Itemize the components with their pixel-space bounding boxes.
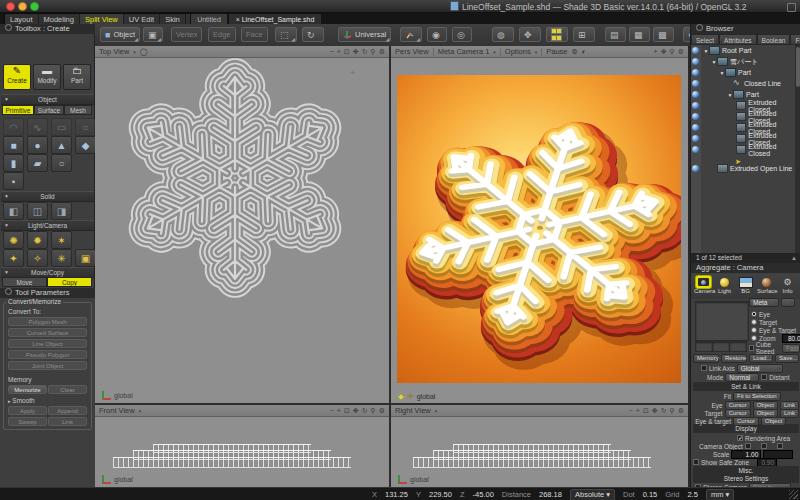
view-settings-icon[interactable]: ⚙	[678, 407, 684, 415]
visibility-sphere-icon[interactable]	[692, 58, 699, 65]
link-axis-row[interactable]: Link Axis Global▾	[701, 364, 783, 372]
cube-primitive-icon[interactable]: ■	[3, 136, 24, 154]
fit-view-icon[interactable]: ⊡	[643, 407, 649, 415]
camera-toolbar-button[interactable]: ▣◢	[143, 27, 163, 42]
top-viewport[interactable]: Top View▾ ◯ −+ ⊡✥ ↻⚲ ⚙ + global	[95, 46, 389, 403]
grid-toggle-button[interactable]: ⊞	[573, 27, 595, 42]
view-settings-icon[interactable]: ⚙	[678, 48, 684, 56]
target-radio-row[interactable]: Target	[751, 318, 777, 326]
stereo-settings-header[interactable]: Stereo Settings	[693, 474, 799, 483]
rotate-view-icon[interactable]: ↻	[661, 407, 667, 415]
eye-target-radio[interactable]	[751, 327, 757, 333]
pan-view-icon[interactable]: ✥	[353, 407, 359, 415]
mode-dropdown[interactable]: Normal▾	[725, 373, 759, 382]
lasso-rotate-button[interactable]: ↻	[302, 27, 324, 42]
panel-collapse-icon[interactable]	[5, 288, 12, 295]
solid-union-icon[interactable]: ◧	[3, 202, 24, 220]
save-button[interactable]: Save...	[775, 354, 799, 363]
fit-fit-to-selection-button[interactable]: Fit to Selection	[733, 392, 781, 401]
panel-collapse-icon[interactable]	[5, 24, 12, 31]
pan-view-icon[interactable]: ✥	[661, 48, 667, 56]
section-light-camera[interactable]: ▼Light/Camera	[1, 220, 94, 231]
target-radio[interactable]	[751, 319, 757, 325]
rendering-area-checkbox[interactable]: ✓	[737, 435, 743, 441]
zoom-in-icon[interactable]: +	[636, 407, 640, 415]
marquee-select-button[interactable]: ⬚◢	[275, 27, 297, 42]
camera-select[interactable]: Meta Camera 1	[438, 47, 490, 56]
memory-slot[interactable]	[712, 341, 730, 352]
visibility-sphere-icon[interactable]	[692, 69, 699, 76]
restore-button[interactable]: Restore▾	[721, 354, 747, 363]
zoom-in-icon[interactable]: +	[337, 407, 341, 415]
eye-radio-row[interactable]: Eye	[751, 310, 770, 318]
modify-mode-button[interactable]: ▬Modify	[33, 64, 61, 90]
load-button[interactable]: Load...	[749, 354, 773, 363]
mode-row[interactable]: Mode Normal▾ Distant	[707, 373, 790, 381]
zoom-window-button[interactable]	[30, 2, 39, 11]
aggregate-tab-surface[interactable]: Surface	[757, 274, 776, 299]
tab-copy[interactable]: Copy	[47, 277, 92, 287]
visibility-sphere-icon[interactable]	[692, 91, 699, 98]
fit-view-icon[interactable]: ⊡	[344, 407, 350, 415]
tree-row--1[interactable]: ▼雪パート	[691, 56, 795, 67]
four-view-button[interactable]	[546, 27, 568, 42]
visibility-sphere-icon[interactable]	[692, 165, 699, 172]
visibility-sphere-icon[interactable]	[692, 80, 699, 87]
area-light-icon[interactable]: ✦	[3, 249, 24, 267]
front-viewport[interactable]: Front View▾ −+ ⊡✥ ↻⚲ ⚙ global	[95, 405, 389, 487]
eye-target-cursor-button[interactable]: Cursor	[733, 417, 759, 426]
meta-dropdown[interactable]: Meta▾	[749, 298, 779, 307]
tab-primitive[interactable]: Primitive	[2, 105, 34, 115]
solid-subtract-icon[interactable]: ◨	[51, 202, 72, 220]
pan-tool-button[interactable]: ✥	[519, 27, 541, 42]
zoom-value-field[interactable]: 80.0	[782, 334, 800, 343]
aggregate-tab-light[interactable]: Light	[715, 274, 734, 299]
tab-mesh[interactable]: Mesh	[64, 105, 92, 115]
set-link-header[interactable]: Set & Link	[693, 382, 799, 391]
tree-row-extruded-closed-9[interactable]: Extruded Closed	[691, 144, 795, 155]
ambient-light-icon[interactable]: ✳	[51, 249, 72, 267]
pause-button[interactable]: Pause	[546, 47, 567, 56]
section-solid[interactable]: ▼Solid	[1, 191, 94, 202]
eye-target-object-button[interactable]: Object	[761, 417, 786, 426]
cube-speed-row[interactable]: Cube SpeedFast	[749, 344, 800, 352]
viewport-splitter-vertical[interactable]	[389, 46, 391, 487]
magnify-view-icon[interactable]: ⚲	[670, 48, 675, 56]
browser-tab-find[interactable]: Find	[790, 34, 800, 45]
wedge-primitive-icon[interactable]: ◆	[75, 136, 96, 154]
zoom-in-icon[interactable]: +	[654, 48, 658, 56]
pers-viewport[interactable]: Pers View Meta Camera 1▾ Options▾ Pause …	[391, 46, 688, 403]
cube-speed-checkbox[interactable]	[749, 345, 754, 351]
view-settings-icon[interactable]: ⚙	[379, 48, 385, 56]
box-primitive-icon[interactable]: ▪	[3, 172, 24, 190]
visibility-sphere-icon[interactable]	[692, 146, 699, 153]
zoom-in-icon[interactable]: +	[337, 48, 341, 56]
pers-view-title[interactable]: Pers View	[395, 47, 429, 56]
cone-primitive-icon[interactable]: ▲	[51, 136, 72, 154]
object-mode-button[interactable]: ■Object◢	[100, 27, 140, 42]
universal-manipulator-button[interactable]: Universal◢	[338, 27, 391, 42]
capsule-primitive-icon[interactable]: ▰	[27, 154, 48, 172]
memory-button[interactable]: Memory▾	[693, 354, 719, 363]
linear-light-icon[interactable]: ✧	[27, 249, 48, 267]
safe-zone-checkbox[interactable]	[693, 459, 699, 465]
visibility-sphere-icon[interactable]	[692, 124, 699, 131]
safe-zone-row[interactable]: Show Safe Zone 0.90	[693, 458, 777, 466]
aggregate-tab-bg[interactable]: BG	[736, 274, 755, 299]
rendering-area-row[interactable]: ✓Rendering Area	[737, 434, 790, 442]
visibility-sphere-icon[interactable]	[692, 47, 699, 54]
tab-move[interactable]: Move	[2, 277, 47, 287]
unit-dropdown[interactable]: mm ▾	[706, 489, 734, 500]
viewport-splitter-horizontal[interactable]	[95, 403, 688, 405]
right-viewport[interactable]: Right View▾ −+ ⊡✥ ↻⚲ ⚙ global	[391, 405, 688, 487]
zoom-out-icon[interactable]: −	[629, 407, 633, 415]
browser-tab-attributes[interactable]: Attributes	[719, 34, 756, 45]
wireframe-display-button[interactable]: ▤	[605, 27, 626, 42]
tree-row-closed-line-3[interactable]: ∿Closed Line	[691, 78, 795, 89]
shaded-display-button[interactable]: ▦	[629, 27, 650, 42]
magnify-view-icon[interactable]: ⚲	[371, 48, 376, 56]
sphere-primitive-icon[interactable]: ●	[27, 136, 48, 154]
handle-cross[interactable]: +	[350, 68, 355, 77]
tree-row-part-2[interactable]: ▼Part	[691, 67, 795, 78]
front-view-title[interactable]: Front View	[99, 406, 135, 415]
